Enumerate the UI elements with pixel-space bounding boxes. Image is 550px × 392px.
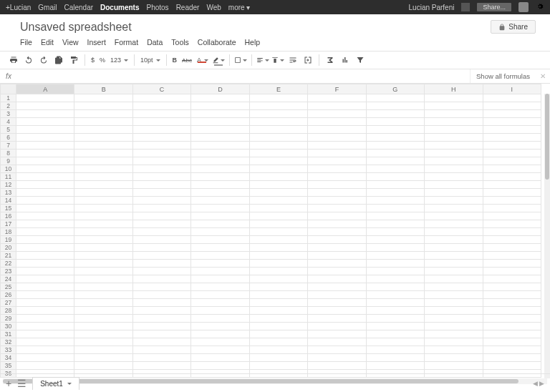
cell[interactable] bbox=[366, 268, 424, 275]
topnav-documents[interactable]: Documents bbox=[100, 4, 139, 11]
cell[interactable] bbox=[425, 134, 483, 142]
spreadsheet-grid[interactable]: ABCDEFGHI 123456789101112131415161718192… bbox=[0, 84, 550, 378]
cell[interactable] bbox=[191, 181, 249, 189]
cell[interactable] bbox=[483, 252, 541, 260]
cell[interactable] bbox=[74, 338, 132, 346]
cell[interactable] bbox=[191, 283, 249, 291]
cell[interactable] bbox=[425, 110, 483, 118]
cell[interactable] bbox=[366, 291, 424, 299]
cell[interactable] bbox=[308, 134, 366, 142]
cell[interactable] bbox=[249, 260, 307, 268]
cell[interactable] bbox=[132, 94, 190, 102]
cell[interactable] bbox=[191, 299, 249, 307]
cell[interactable] bbox=[483, 228, 541, 236]
cell[interactable] bbox=[132, 268, 190, 275]
cell[interactable] bbox=[191, 205, 249, 212]
cell[interactable] bbox=[249, 315, 307, 323]
cell[interactable] bbox=[483, 165, 541, 173]
cell[interactable] bbox=[132, 150, 190, 157]
cell[interactable] bbox=[483, 157, 541, 165]
cell[interactable] bbox=[366, 275, 424, 283]
topnav-photos[interactable]: Photos bbox=[146, 4, 168, 11]
cell[interactable] bbox=[483, 244, 541, 252]
cell[interactable] bbox=[132, 307, 190, 315]
row-header[interactable]: 24 bbox=[1, 275, 16, 283]
cell[interactable] bbox=[425, 94, 483, 102]
cell[interactable] bbox=[483, 110, 541, 118]
cell[interactable] bbox=[483, 205, 541, 212]
row-header[interactable]: 19 bbox=[1, 236, 16, 244]
cell[interactable] bbox=[308, 252, 366, 260]
menu-file[interactable]: File bbox=[20, 38, 32, 46]
cell[interactable] bbox=[74, 173, 132, 181]
cell[interactable] bbox=[249, 307, 307, 315]
cell[interactable] bbox=[425, 212, 483, 220]
column-header-A[interactable]: A bbox=[16, 84, 74, 94]
row-header[interactable]: 27 bbox=[1, 299, 16, 307]
cell[interactable] bbox=[74, 299, 132, 307]
sheet-nav-arrows[interactable]: ◀▶ bbox=[533, 380, 544, 387]
cell[interactable] bbox=[74, 118, 132, 126]
cell[interactable] bbox=[308, 157, 366, 165]
cell[interactable] bbox=[366, 228, 424, 236]
row-header[interactable]: 12 bbox=[1, 181, 16, 189]
cell[interactable] bbox=[191, 220, 249, 228]
cell[interactable] bbox=[74, 330, 132, 338]
column-header-C[interactable]: C bbox=[132, 84, 190, 94]
cell[interactable] bbox=[74, 212, 132, 220]
cell[interactable] bbox=[308, 189, 366, 197]
cell[interactable] bbox=[366, 212, 424, 220]
cell[interactable] bbox=[483, 102, 541, 110]
cell[interactable] bbox=[16, 252, 74, 260]
cell[interactable] bbox=[425, 118, 483, 126]
cell[interactable] bbox=[425, 260, 483, 268]
cell[interactable] bbox=[191, 275, 249, 283]
cell[interactable] bbox=[308, 283, 366, 291]
cell[interactable] bbox=[16, 283, 74, 291]
row-header[interactable]: 23 bbox=[1, 268, 16, 275]
valign-icon[interactable] bbox=[271, 54, 284, 67]
cell[interactable] bbox=[132, 354, 190, 362]
cell[interactable] bbox=[425, 299, 483, 307]
formula-input[interactable] bbox=[17, 70, 470, 83]
cell[interactable] bbox=[132, 220, 190, 228]
merge-cells-icon[interactable] bbox=[301, 54, 314, 67]
row-header[interactable]: 9 bbox=[1, 157, 16, 165]
cell[interactable] bbox=[74, 142, 132, 150]
cell[interactable] bbox=[191, 252, 249, 260]
cell[interactable] bbox=[249, 205, 307, 212]
cell[interactable] bbox=[425, 291, 483, 299]
cell[interactable] bbox=[191, 189, 249, 197]
cell[interactable] bbox=[74, 275, 132, 283]
cell[interactable] bbox=[249, 165, 307, 173]
cell[interactable] bbox=[483, 212, 541, 220]
cell[interactable] bbox=[191, 236, 249, 244]
cell[interactable] bbox=[483, 150, 541, 157]
cell[interactable] bbox=[16, 94, 74, 102]
cell[interactable] bbox=[74, 110, 132, 118]
cell[interactable] bbox=[191, 362, 249, 370]
cell[interactable] bbox=[191, 165, 249, 173]
row-header[interactable]: 1 bbox=[1, 94, 16, 102]
cell[interactable] bbox=[132, 252, 190, 260]
cell[interactable] bbox=[16, 110, 74, 118]
row-header[interactable]: 16 bbox=[1, 212, 16, 220]
cell[interactable] bbox=[132, 299, 190, 307]
cell[interactable] bbox=[74, 244, 132, 252]
cell[interactable] bbox=[483, 134, 541, 142]
cell[interactable] bbox=[132, 260, 190, 268]
cell[interactable] bbox=[249, 173, 307, 181]
cell[interactable] bbox=[425, 189, 483, 197]
column-header-G[interactable]: G bbox=[366, 84, 424, 94]
wrap-text-icon[interactable] bbox=[286, 54, 299, 67]
cell[interactable] bbox=[483, 346, 541, 354]
menu-tools[interactable]: Tools bbox=[171, 38, 189, 46]
cell[interactable] bbox=[425, 126, 483, 134]
cell[interactable] bbox=[483, 362, 541, 370]
cell[interactable] bbox=[483, 354, 541, 362]
cell[interactable] bbox=[132, 315, 190, 323]
cell[interactable] bbox=[191, 126, 249, 134]
menu-help[interactable]: Help bbox=[245, 38, 261, 46]
cell[interactable] bbox=[191, 315, 249, 323]
cell[interactable] bbox=[425, 220, 483, 228]
